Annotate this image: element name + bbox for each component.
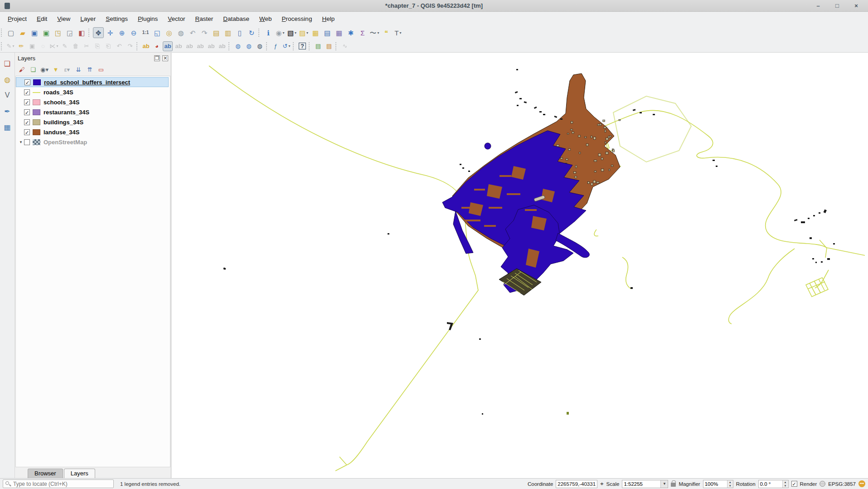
scale-input[interactable] bbox=[622, 481, 660, 487]
layer-visibility-checkbox[interactable]: ✓ bbox=[24, 129, 30, 135]
layer-item-road-school-buffers-intersect[interactable]: ✓road_school_buffers_intersect bbox=[16, 77, 169, 87]
show-spatial-bookmarks-button[interactable]: ▯ bbox=[234, 27, 245, 38]
add-group-button[interactable]: ❏ bbox=[28, 65, 38, 74]
save-project-as-button[interactable]: ▣ bbox=[41, 27, 52, 38]
scale-combo[interactable]: ▼ bbox=[622, 480, 668, 488]
layer-item-buildings-34s[interactable]: ✓buildings_34S bbox=[16, 117, 170, 127]
render-checkbox[interactable]: ✓ bbox=[791, 481, 797, 487]
menu-view[interactable]: View bbox=[52, 14, 75, 24]
layer-visibility-checkbox[interactable]: ✓ bbox=[24, 119, 30, 125]
toolbar-handle[interactable] bbox=[136, 42, 140, 50]
toolbar-handle[interactable] bbox=[258, 29, 262, 37]
show-hide-labels-button[interactable]: ab bbox=[184, 41, 194, 51]
dropdown-arrow-icon[interactable]: ▾ bbox=[377, 31, 379, 35]
add-feature-button[interactable]: ◌ bbox=[38, 41, 48, 51]
identify-features-button[interactable]: ℹ bbox=[263, 27, 274, 38]
python-console-button[interactable]: ƒ bbox=[271, 41, 281, 51]
zoom-native-button[interactable]: 1:1 bbox=[140, 27, 151, 38]
spin-up-icon[interactable]: ▲ bbox=[727, 480, 733, 484]
maximize-button[interactable]: □ bbox=[834, 2, 841, 9]
open-attribute-table-button[interactable]: ▤ bbox=[322, 27, 333, 38]
undo-button[interactable]: ↶ bbox=[114, 41, 124, 51]
menu-plugins[interactable]: Plugins bbox=[133, 14, 163, 24]
new-print-layout-button[interactable]: ◳ bbox=[53, 27, 63, 38]
current-edits-button[interactable]: ✎▾ bbox=[5, 41, 15, 51]
messages-icon[interactable]: ••• bbox=[858, 480, 865, 487]
paste-features-button[interactable]: ⎗ bbox=[103, 41, 113, 51]
map-canvas[interactable] bbox=[171, 53, 868, 478]
toolbar-handle[interactable] bbox=[309, 42, 312, 50]
metasearch-search-button[interactable]: ◍ bbox=[244, 41, 254, 51]
move-label-button[interactable]: ab bbox=[195, 41, 205, 51]
measure-button[interactable]: 〜▾ bbox=[369, 27, 380, 38]
menu-edit[interactable]: Edit bbox=[32, 14, 52, 24]
text-annotation-button[interactable]: T▾ bbox=[393, 27, 403, 38]
run-feature-action-button[interactable]: ◉▾ bbox=[275, 27, 286, 38]
menu-help[interactable]: Help bbox=[317, 14, 339, 24]
highlight-pinned-labels-button[interactable]: ab bbox=[174, 41, 184, 51]
help-contents-button[interactable]: ? bbox=[297, 41, 307, 51]
add-wms-layer-button[interactable]: ◍ bbox=[2, 74, 13, 85]
vertex-tool-button[interactable]: ⋉▾ bbox=[49, 41, 59, 51]
quickmapservices-settings-button[interactable]: ▤ bbox=[324, 41, 334, 51]
layer-visibility-checkbox[interactable]: ✓ bbox=[24, 79, 30, 85]
pan-map-button[interactable]: ✥ bbox=[93, 27, 104, 38]
save-layer-edits-button[interactable]: ▣ bbox=[27, 41, 37, 51]
profile-tool-button[interactable]: ∿ bbox=[340, 41, 350, 51]
menu-layer[interactable]: Layer bbox=[75, 14, 101, 24]
dropdown-arrow-icon[interactable]: ▾ bbox=[56, 44, 58, 48]
rotation-input[interactable] bbox=[759, 480, 782, 488]
zoom-out-button[interactable]: ⊖ bbox=[128, 27, 139, 38]
toolbar-handle[interactable] bbox=[88, 29, 92, 37]
layer-item-restaurants-34s[interactable]: ✓restaurants_34S bbox=[16, 107, 170, 117]
open-project-button[interactable]: ▰ bbox=[17, 27, 28, 38]
new-geopackage-layer-button[interactable]: ✒ bbox=[2, 106, 13, 117]
pan-to-selection-button[interactable]: ✛ bbox=[105, 27, 116, 38]
expand-all-button[interactable]: ⇊ bbox=[73, 65, 83, 74]
crs-status[interactable]: EPSG:3857 bbox=[828, 481, 856, 487]
menu-settings[interactable]: Settings bbox=[101, 14, 133, 24]
dropdown-arrow-icon[interactable]: ▾ bbox=[306, 31, 308, 35]
deselect-features-button[interactable]: ▨▾ bbox=[298, 27, 309, 38]
copy-features-button[interactable]: ⎘ bbox=[92, 41, 102, 51]
dropdown-arrow-icon[interactable]: ▾ bbox=[400, 31, 402, 35]
statistics-panel-button[interactable]: Σ bbox=[357, 27, 368, 38]
toolbar-handle[interactable] bbox=[266, 42, 269, 50]
toolbar-handle[interactable] bbox=[1, 42, 4, 50]
menu-vector[interactable]: Vector bbox=[163, 14, 190, 24]
scale-lock-icon[interactable] bbox=[671, 483, 676, 487]
dropdown-arrow-icon[interactable]: ▾ bbox=[295, 31, 296, 35]
new-map-view-button[interactable]: ▤ bbox=[211, 27, 222, 38]
select-by-value-button[interactable]: ▦ bbox=[310, 27, 321, 38]
quickmapservices-button[interactable]: ▤ bbox=[313, 41, 323, 51]
plugin-reload-button[interactable]: ↺▾ bbox=[281, 41, 291, 51]
spin-down-icon[interactable]: ▼ bbox=[783, 484, 788, 488]
spin-down-icon[interactable]: ▼ bbox=[727, 484, 733, 488]
dropdown-arrow-icon[interactable]: ▾ bbox=[12, 44, 14, 48]
close-button[interactable]: × bbox=[853, 2, 860, 9]
layer-labeling-options-button[interactable]: ab bbox=[141, 41, 151, 51]
crs-globe-icon[interactable] bbox=[820, 481, 825, 487]
layer-visibility-checkbox[interactable]: ✓ bbox=[24, 89, 30, 95]
panel-float-button[interactable]: ❐ bbox=[154, 55, 160, 61]
menu-project[interactable]: Project bbox=[3, 14, 32, 24]
minimize-button[interactable]: – bbox=[815, 2, 822, 9]
filter-by-expression-button[interactable]: ε▾ bbox=[62, 65, 72, 74]
toolbar-handle[interactable] bbox=[335, 42, 339, 50]
coordinate-input[interactable] bbox=[556, 480, 597, 488]
extent-toggle-icon[interactable]: ⌖ bbox=[600, 480, 603, 488]
field-calculator-button[interactable]: ▦ bbox=[334, 27, 344, 38]
zoom-full-button[interactable]: ◱ bbox=[152, 27, 163, 38]
manage-map-themes-button[interactable]: ◉▾ bbox=[39, 65, 49, 74]
data-source-manager-button[interactable]: ❏ bbox=[2, 58, 13, 69]
save-project-button[interactable]: ▣ bbox=[29, 27, 40, 38]
new-shapefile-layer-button[interactable]: V bbox=[2, 90, 13, 101]
rotate-label-button[interactable]: ab bbox=[206, 41, 216, 51]
zoom-to-layer-button[interactable]: ◍ bbox=[175, 27, 186, 38]
refresh-map-button[interactable]: ↻ bbox=[246, 27, 257, 38]
delete-selected-button[interactable]: 🗑 bbox=[71, 41, 81, 51]
zoom-next-button[interactable]: ↷ bbox=[199, 27, 210, 38]
filter-legend-button[interactable]: ▼ bbox=[51, 65, 61, 74]
rotation-spinbox[interactable]: ▲▼ bbox=[758, 480, 789, 488]
zoom-last-button[interactable]: ↶ bbox=[187, 27, 198, 38]
